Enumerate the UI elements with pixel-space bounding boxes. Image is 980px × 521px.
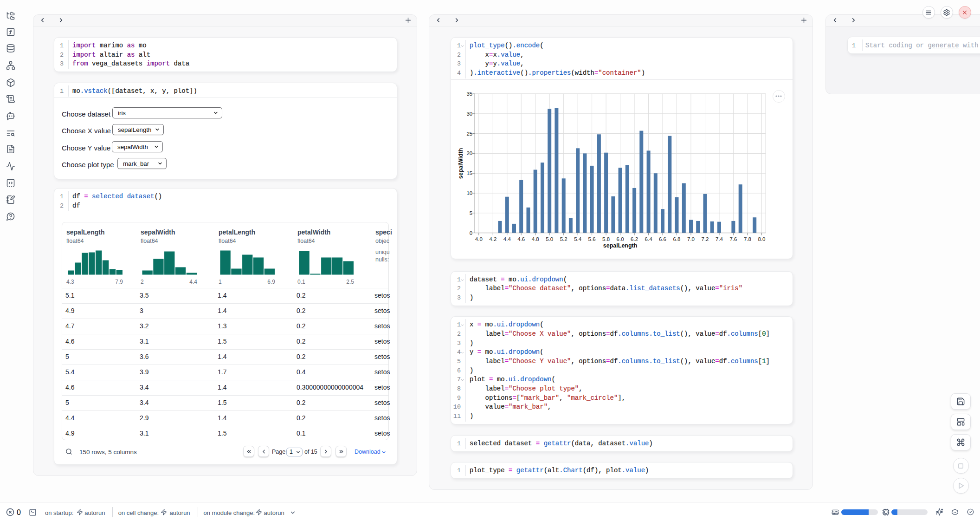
svg-text:6.6: 6.6 <box>659 236 666 242</box>
svg-text:4.0: 4.0 <box>475 236 483 242</box>
svg-text:sepalLength: sepalLength <box>603 242 638 249</box>
svg-text:6.2: 6.2 <box>631 236 638 242</box>
svg-text:5.2: 5.2 <box>560 236 567 242</box>
svg-text:0: 0 <box>470 230 472 236</box>
svg-text:5.4: 5.4 <box>574 236 582 242</box>
svg-text:sepalWidth: sepalWidth <box>458 148 464 179</box>
svg-text:20: 20 <box>466 150 472 156</box>
svg-text:5.6: 5.6 <box>588 236 596 242</box>
svg-text:4.4: 4.4 <box>503 236 511 242</box>
svg-text:6.0: 6.0 <box>617 236 624 242</box>
svg-text:5.8: 5.8 <box>602 236 610 242</box>
svg-text:10: 10 <box>466 190 472 196</box>
svg-text:7.8: 7.8 <box>744 236 751 242</box>
svg-text:7.6: 7.6 <box>729 236 737 242</box>
svg-text:15: 15 <box>466 170 472 176</box>
svg-text:5.0: 5.0 <box>546 236 553 242</box>
svg-text:35: 35 <box>466 91 472 97</box>
svg-text:7.0: 7.0 <box>687 236 695 242</box>
svg-text:4.2: 4.2 <box>489 236 496 242</box>
svg-text:6.4: 6.4 <box>645 236 653 242</box>
svg-text:7.2: 7.2 <box>702 236 709 242</box>
svg-text:5: 5 <box>470 210 472 216</box>
svg-text:6.8: 6.8 <box>673 236 681 242</box>
svg-text:4.8: 4.8 <box>532 236 539 242</box>
svg-text:4.6: 4.6 <box>517 236 525 242</box>
svg-text:8.0: 8.0 <box>758 236 765 242</box>
svg-text:7.4: 7.4 <box>716 236 723 242</box>
svg-text:25: 25 <box>466 131 472 137</box>
svg-text:30: 30 <box>466 111 472 117</box>
